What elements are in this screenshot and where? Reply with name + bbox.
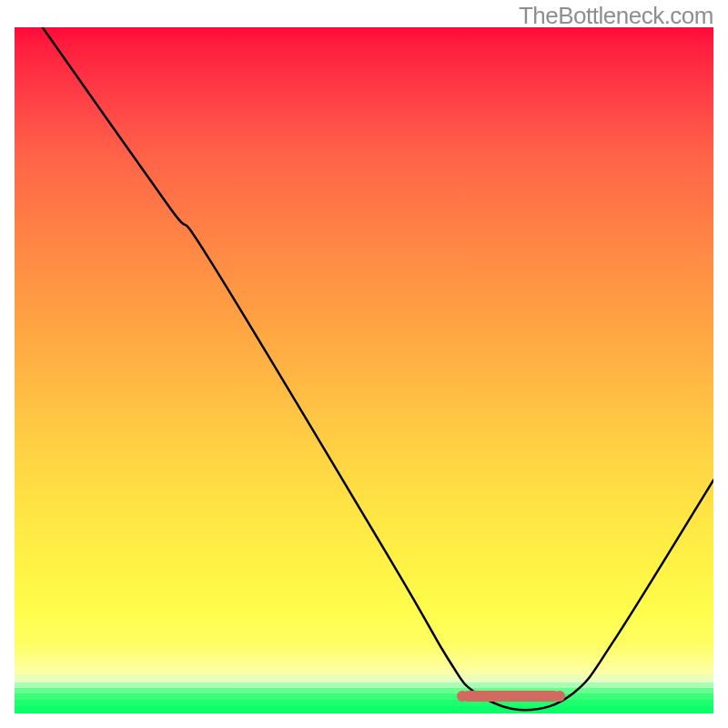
optimal-range-start-marker xyxy=(457,691,468,702)
optimal-range-bar xyxy=(462,691,561,702)
chart-area xyxy=(15,27,713,713)
bottleneck-curve xyxy=(15,27,713,713)
optimal-range-end-marker xyxy=(554,691,565,702)
attribution-text: TheBottleneck.com xyxy=(519,2,713,30)
